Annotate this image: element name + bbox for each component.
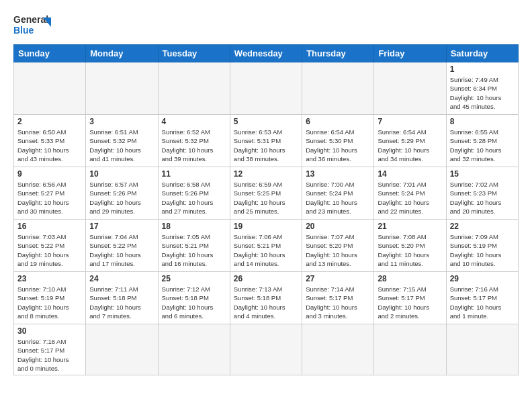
day-info: Sunrise: 7:02 AM Sunset: 5:23 PM Dayligh… — [450, 180, 515, 216]
day-info: Sunrise: 7:15 AM Sunset: 5:17 PM Dayligh… — [378, 285, 442, 320]
day-number: 15 — [450, 169, 515, 179]
calendar-cell — [230, 62, 302, 115]
col-header-tuesday: Tuesday — [158, 45, 230, 62]
day-number: 14 — [378, 169, 442, 179]
day-number: 29 — [450, 274, 515, 283]
day-info: Sunrise: 6:57 AM Sunset: 5:26 PM Dayligh… — [89, 180, 154, 216]
calendar-cell — [446, 324, 518, 375]
day-number: 1 — [450, 64, 515, 74]
calendar-cell — [302, 62, 374, 115]
calendar-cell — [302, 324, 374, 375]
day-number: 10 — [89, 169, 154, 179]
header: GeneralBlue — [13, 11, 519, 38]
day-info: Sunrise: 7:49 AM Sunset: 6:34 PM Dayligh… — [450, 75, 515, 111]
day-number: 24 — [89, 274, 154, 283]
col-header-friday: Friday — [374, 45, 446, 62]
calendar-cell: 6Sunrise: 6:54 AM Sunset: 5:30 PM Daylig… — [302, 115, 374, 167]
day-number: 12 — [234, 169, 298, 179]
calendar-cell: 29Sunrise: 7:16 AM Sunset: 5:17 PM Dayli… — [446, 272, 518, 324]
generalblue-logo-icon: GeneralBlue — [13, 11, 54, 38]
day-number: 5 — [234, 117, 298, 126]
day-number: 17 — [89, 222, 154, 231]
day-number: 6 — [306, 117, 370, 126]
calendar-cell: 2Sunrise: 6:50 AM Sunset: 5:33 PM Daylig… — [14, 115, 86, 167]
day-number: 30 — [17, 326, 82, 336]
day-number: 8 — [450, 117, 515, 126]
day-info: Sunrise: 7:11 AM Sunset: 5:18 PM Dayligh… — [89, 285, 154, 320]
calendar-cell: 28Sunrise: 7:15 AM Sunset: 5:17 PM Dayli… — [374, 272, 446, 324]
day-info: Sunrise: 6:56 AM Sunset: 5:27 PM Dayligh… — [17, 180, 82, 216]
day-number: 28 — [378, 274, 442, 283]
day-info: Sunrise: 7:07 AM Sunset: 5:20 PM Dayligh… — [306, 232, 370, 268]
calendar-cell — [374, 62, 446, 115]
calendar-cell: 20Sunrise: 7:07 AM Sunset: 5:20 PM Dayli… — [302, 220, 374, 272]
day-info: Sunrise: 7:13 AM Sunset: 5:18 PM Dayligh… — [234, 285, 298, 320]
day-number: 4 — [162, 117, 226, 126]
day-number: 23 — [17, 274, 82, 283]
calendar-cell — [158, 324, 230, 375]
calendar-cell — [14, 62, 86, 115]
logo: GeneralBlue — [13, 11, 54, 38]
calendar-cell — [374, 324, 446, 375]
col-header-sunday: Sunday — [14, 45, 86, 62]
day-info: Sunrise: 7:04 AM Sunset: 5:22 PM Dayligh… — [89, 232, 154, 268]
calendar-cell — [86, 62, 158, 115]
day-info: Sunrise: 7:14 AM Sunset: 5:17 PM Dayligh… — [306, 285, 370, 320]
calendar-cell: 22Sunrise: 7:09 AM Sunset: 5:19 PM Dayli… — [446, 220, 518, 272]
calendar-cell: 12Sunrise: 6:59 AM Sunset: 5:25 PM Dayli… — [230, 167, 302, 220]
calendar-cell: 1Sunrise: 7:49 AM Sunset: 6:34 PM Daylig… — [446, 62, 518, 115]
calendar-cell: 25Sunrise: 7:12 AM Sunset: 5:18 PM Dayli… — [158, 272, 230, 324]
svg-text:General: General — [13, 14, 48, 25]
day-number: 7 — [378, 117, 442, 126]
day-number: 25 — [162, 274, 226, 283]
calendar-cell: 24Sunrise: 7:11 AM Sunset: 5:18 PM Dayli… — [86, 272, 158, 324]
day-info: Sunrise: 6:51 AM Sunset: 5:32 PM Dayligh… — [89, 128, 154, 163]
calendar-cell: 17Sunrise: 7:04 AM Sunset: 5:22 PM Dayli… — [86, 220, 158, 272]
calendar-cell: 15Sunrise: 7:02 AM Sunset: 5:23 PM Dayli… — [446, 167, 518, 220]
calendar-cell: 23Sunrise: 7:10 AM Sunset: 5:19 PM Dayli… — [14, 272, 86, 324]
calendar-cell: 11Sunrise: 6:58 AM Sunset: 5:26 PM Dayli… — [158, 167, 230, 220]
day-info: Sunrise: 6:54 AM Sunset: 5:30 PM Dayligh… — [306, 128, 370, 163]
day-info: Sunrise: 7:08 AM Sunset: 5:20 PM Dayligh… — [378, 232, 442, 268]
col-header-monday: Monday — [86, 45, 158, 62]
day-info: Sunrise: 7:03 AM Sunset: 5:22 PM Dayligh… — [17, 232, 82, 268]
day-info: Sunrise: 7:01 AM Sunset: 5:24 PM Dayligh… — [378, 180, 442, 216]
day-number: 18 — [162, 222, 226, 231]
day-number: 21 — [378, 222, 442, 231]
calendar-cell: 7Sunrise: 6:54 AM Sunset: 5:29 PM Daylig… — [374, 115, 446, 167]
calendar-table: SundayMondayTuesdayWednesdayThursdayFrid… — [13, 44, 519, 375]
calendar-cell: 3Sunrise: 6:51 AM Sunset: 5:32 PM Daylig… — [86, 115, 158, 167]
day-info: Sunrise: 7:16 AM Sunset: 5:17 PM Dayligh… — [17, 337, 82, 373]
calendar-cell: 13Sunrise: 7:00 AM Sunset: 5:24 PM Dayli… — [302, 167, 374, 220]
day-number: 11 — [162, 169, 226, 179]
day-info: Sunrise: 7:12 AM Sunset: 5:18 PM Dayligh… — [162, 285, 226, 320]
calendar-cell: 27Sunrise: 7:14 AM Sunset: 5:17 PM Dayli… — [302, 272, 374, 324]
day-info: Sunrise: 6:55 AM Sunset: 5:28 PM Dayligh… — [450, 128, 515, 163]
day-info: Sunrise: 6:53 AM Sunset: 5:31 PM Dayligh… — [234, 128, 298, 163]
col-header-saturday: Saturday — [446, 45, 518, 62]
calendar-cell: 26Sunrise: 7:13 AM Sunset: 5:18 PM Dayli… — [230, 272, 302, 324]
day-info: Sunrise: 6:59 AM Sunset: 5:25 PM Dayligh… — [234, 180, 298, 216]
day-number: 20 — [306, 222, 370, 231]
day-info: Sunrise: 7:16 AM Sunset: 5:17 PM Dayligh… — [450, 285, 515, 320]
day-info: Sunrise: 7:09 AM Sunset: 5:19 PM Dayligh… — [450, 232, 515, 268]
day-info: Sunrise: 6:54 AM Sunset: 5:29 PM Dayligh… — [378, 128, 442, 163]
day-info: Sunrise: 7:06 AM Sunset: 5:21 PM Dayligh… — [234, 232, 298, 268]
day-number: 26 — [234, 274, 298, 283]
calendar-cell — [86, 324, 158, 375]
day-number: 19 — [234, 222, 298, 231]
calendar-cell: 14Sunrise: 7:01 AM Sunset: 5:24 PM Dayli… — [374, 167, 446, 220]
day-number: 3 — [89, 117, 154, 126]
calendar-cell: 10Sunrise: 6:57 AM Sunset: 5:26 PM Dayli… — [86, 167, 158, 220]
page: GeneralBlue SundayMondayTuesdayWednesday… — [0, 0, 532, 382]
day-number: 9 — [17, 169, 82, 179]
calendar-cell — [158, 62, 230, 115]
calendar-cell: 21Sunrise: 7:08 AM Sunset: 5:20 PM Dayli… — [374, 220, 446, 272]
day-number: 27 — [306, 274, 370, 283]
calendar-cell: 8Sunrise: 6:55 AM Sunset: 5:28 PM Daylig… — [446, 115, 518, 167]
svg-text:Blue: Blue — [13, 25, 34, 36]
day-info: Sunrise: 7:00 AM Sunset: 5:24 PM Dayligh… — [306, 180, 370, 216]
day-info: Sunrise: 6:58 AM Sunset: 5:26 PM Dayligh… — [162, 180, 226, 216]
calendar-cell: 18Sunrise: 7:05 AM Sunset: 5:21 PM Dayli… — [158, 220, 230, 272]
day-number: 13 — [306, 169, 370, 179]
